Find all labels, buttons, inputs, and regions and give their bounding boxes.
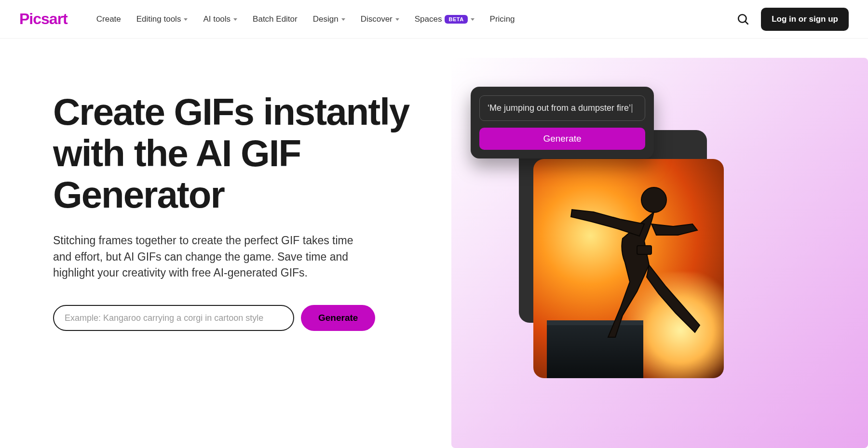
header-right: Log in or sign up [737,8,849,31]
nav-design[interactable]: Design [313,14,345,24]
text-cursor-icon [632,104,632,113]
nav-pricing[interactable]: Pricing [490,14,515,24]
nav-create[interactable]: Create [96,14,121,24]
nav-spaces[interactable]: Spaces BETA [415,14,475,24]
chevron-down-icon [395,18,399,21]
page-title: Create GIFs instantly with the AI GIF Ge… [53,92,432,215]
nav-label: AI tools [203,14,231,24]
nav-label: Discover [361,14,393,24]
hero-section: Create GIFs instantly with the AI GIF Ge… [0,39,868,448]
hero-visual: ‘Me jumping out from a dumpster fire’ Ge… [451,58,868,448]
beta-badge: BETA [445,15,467,24]
svg-line-1 [745,21,747,24]
popup-text-content: ‘Me jumping out from a dumpster fire’ [488,103,631,113]
search-icon[interactable] [737,13,749,26]
generate-button[interactable]: Generate [301,305,375,331]
svg-rect-3 [637,246,651,254]
login-button[interactable]: Log in or sign up [761,8,849,31]
nav-label: Pricing [490,14,515,24]
nav-label: Editing tools [136,14,181,24]
svg-point-2 [641,187,666,212]
nav-label: Spaces [415,14,442,24]
chevron-down-icon [471,18,475,21]
popup-generate-button[interactable]: Generate [479,128,645,150]
nav-label: Design [313,14,339,24]
preview-card-front [533,159,724,378]
person-jumping-icon [553,178,707,347]
hero-content: Create GIFs instantly with the AI GIF Ge… [0,58,451,448]
logo[interactable]: Picsart [19,10,68,28]
prompt-input[interactable] [53,305,294,331]
prompt-popup: ‘Me jumping out from a dumpster fire’ Ge… [471,87,654,158]
nav-label: Create [96,14,121,24]
nav-editing-tools[interactable]: Editing tools [136,14,188,24]
chevron-down-icon [341,18,345,21]
nav-batch-editor[interactable]: Batch Editor [253,14,298,24]
prompt-form: Generate [53,305,432,331]
chevron-down-icon [233,18,237,21]
main-nav: Create Editing tools AI tools Batch Edit… [96,14,737,24]
chevron-down-icon [184,18,188,21]
popup-prompt-text: ‘Me jumping out from a dumpster fire’ [479,95,645,121]
nav-discover[interactable]: Discover [361,14,399,24]
page-description: Stitching frames together to create the … [53,233,366,281]
nav-ai-tools[interactable]: AI tools [203,14,237,24]
site-header: Picsart Create Editing tools AI tools Ba… [0,0,868,39]
nav-label: Batch Editor [253,14,298,24]
